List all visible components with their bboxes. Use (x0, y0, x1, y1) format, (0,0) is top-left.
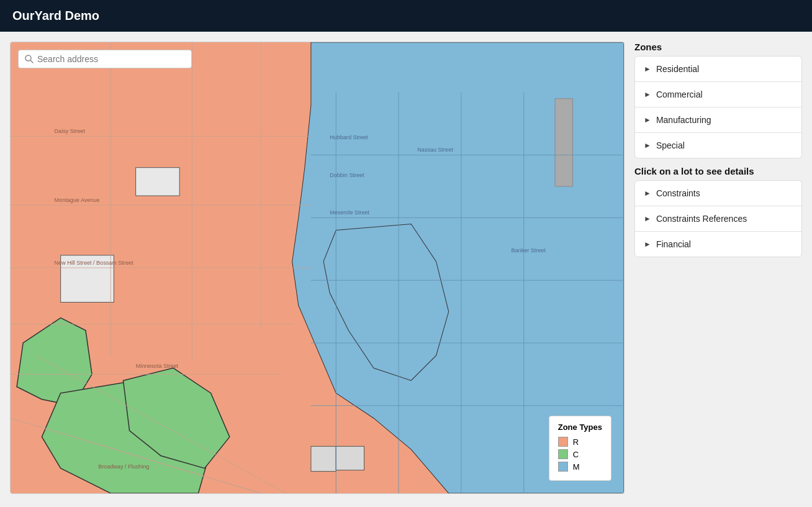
chevron-icon-residential: ► (644, 65, 651, 73)
chevron-icon-commercial: ► (644, 90, 651, 99)
zones-section: Zones ► Residential ► Commercial ► Manuf… (634, 42, 802, 158)
detail-label-constraints-references: Constraints References (656, 214, 747, 224)
svg-text:Minnesota Street: Minnesota Street (136, 363, 179, 369)
zones-title: Zones (634, 42, 802, 52)
legend-title: Zone Types (558, 422, 602, 432)
zone-label-special: Special (656, 140, 685, 150)
legend-swatch-m (558, 462, 568, 472)
chevron-icon-manufacturing: ► (644, 116, 651, 124)
legend-label-m: M (573, 462, 580, 472)
svg-text:Nassau Street: Nassau Street (417, 147, 453, 153)
app-header: OurYard Demo (0, 0, 812, 32)
accordion-item-special[interactable]: ► Special (635, 133, 801, 158)
details-accordion: ► Constraints ► Constraints References ►… (634, 180, 802, 257)
svg-text:Daisy Street: Daisy Street (55, 128, 86, 134)
click-hint: Click on a lot to see details (634, 166, 802, 176)
main-content: Daisy Street Montague Avenue New Hill St… (0, 32, 812, 504)
accordion-item-financial[interactable]: ► Financial (635, 232, 801, 257)
svg-rect-10 (311, 446, 336, 471)
svg-text:Dobbin Street: Dobbin Street (330, 172, 364, 178)
accordion-item-constraints[interactable]: ► Constraints (635, 181, 801, 206)
chevron-icon-financial: ► (644, 240, 651, 249)
sidebar: Zones ► Residential ► Commercial ► Manuf… (634, 42, 802, 494)
detail-label-financial: Financial (656, 239, 691, 249)
chevron-icon-constraints: ► (644, 189, 651, 198)
svg-rect-8 (136, 168, 180, 196)
details-section: Click on a lot to see details ► Constrai… (634, 166, 802, 257)
legend-label-c: C (573, 450, 579, 459)
chevron-icon-special: ► (644, 141, 651, 150)
zone-label-residential: Residential (656, 64, 699, 74)
zone-label-manufacturing: Manufacturing (656, 115, 711, 125)
search-input[interactable] (37, 54, 185, 64)
legend-swatch-r (558, 437, 568, 447)
legend: Zone Types R C M (549, 416, 611, 481)
zone-label-commercial: Commercial (656, 89, 703, 99)
svg-rect-11 (336, 446, 364, 470)
svg-line-1 (30, 60, 33, 63)
svg-text:Meserole Street: Meserole Street (330, 209, 369, 216)
search-icon (25, 55, 34, 63)
legend-item-m: M (558, 462, 602, 472)
legend-label-r: R (573, 437, 579, 447)
svg-text:Hubbard Street: Hubbard Street (330, 134, 368, 140)
svg-text:Montague Avenue: Montague Avenue (55, 197, 100, 203)
search-box-wrap (18, 50, 192, 68)
accordion-item-manufacturing[interactable]: ► Manufacturing (635, 107, 801, 133)
accordion-item-residential[interactable]: ► Residential (635, 57, 801, 82)
chevron-icon-constraints-references: ► (644, 214, 651, 223)
svg-rect-12 (555, 99, 572, 186)
legend-item-c: C (558, 449, 602, 459)
legend-item-r: R (558, 437, 602, 447)
map-container[interactable]: Daisy Street Montague Avenue New Hill St… (10, 42, 625, 494)
legend-swatch-c (558, 449, 568, 459)
accordion-item-commercial[interactable]: ► Commercial (635, 82, 801, 107)
svg-text:Broadway / Flushing: Broadway / Flushing (98, 464, 149, 470)
detail-label-constraints: Constraints (656, 188, 700, 198)
app-title: OurYard Demo (12, 9, 99, 22)
svg-text:Banker Street: Banker Street (512, 247, 546, 254)
svg-text:New Hill Street / Bossam Stree: New Hill Street / Bossam Street (55, 260, 133, 266)
map-svg: Daisy Street Montague Avenue New Hill St… (11, 42, 624, 493)
accordion-item-constraints-references[interactable]: ► Constraints References (635, 206, 801, 232)
search-box (18, 50, 192, 68)
zones-accordion: ► Residential ► Commercial ► Manufacturi… (634, 56, 802, 158)
